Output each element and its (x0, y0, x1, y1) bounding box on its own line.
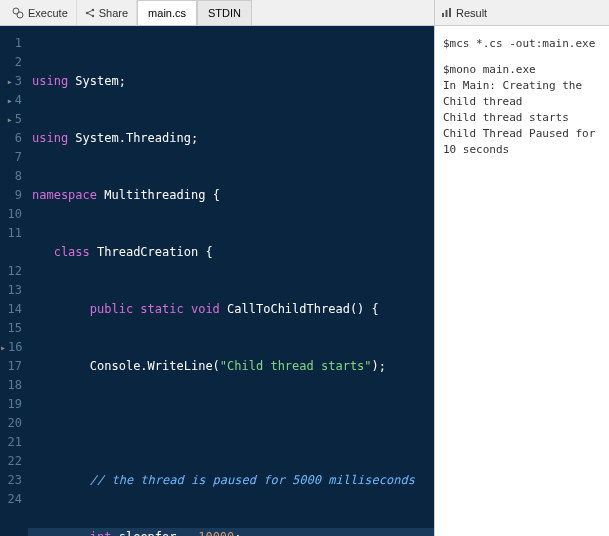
line-number: 11 (0, 224, 22, 243)
svg-rect-5 (442, 13, 444, 17)
line-number: 10 (0, 205, 22, 224)
svg-point-1 (17, 12, 23, 18)
result-panel: Result $mcs *.cs -out:main.exe $mono mai… (434, 0, 609, 536)
code-line: using System; (28, 72, 434, 91)
result-header: Result (435, 0, 609, 26)
line-number: 13 (0, 281, 22, 300)
gears-icon (12, 7, 24, 19)
line-number: 8 (0, 167, 22, 186)
line-number: 20 (0, 414, 22, 433)
editor-panel: Execute Share main.cs STDIN 1 2 3 4 5 6 … (0, 0, 434, 536)
line-number (0, 243, 22, 262)
line-number: 3 (0, 72, 22, 91)
share-icon (85, 8, 95, 18)
result-title: Result (456, 7, 487, 19)
code-line: // the thread is paused for 5000 millise… (28, 471, 434, 490)
result-line: Child Thread Paused for 10 seconds (443, 126, 601, 158)
result-line: Child thread starts (443, 110, 601, 126)
tab-main-cs[interactable]: main.cs (137, 0, 197, 25)
code-line: public static void CallToChildThread() { (28, 300, 434, 319)
line-number: 4 (0, 91, 22, 110)
line-number: 5 (0, 110, 22, 129)
line-number: 7 (0, 148, 22, 167)
line-number: 17 (0, 357, 22, 376)
toolbar: Execute Share main.cs STDIN (0, 0, 434, 26)
line-number: 6 (0, 129, 22, 148)
line-number: 9 (0, 186, 22, 205)
code-editor[interactable]: 1 2 3 4 5 6 7 8 9 10 11 12 13 14 15 16 1… (0, 26, 434, 536)
line-number: 2 (0, 53, 22, 72)
svg-point-4 (92, 14, 94, 16)
code-line: Console.WriteLine("Child thread starts")… (28, 357, 434, 376)
svg-rect-7 (449, 8, 451, 17)
code-line: namespace Multithreading { (28, 186, 434, 205)
line-number: 21 (0, 433, 22, 452)
code-line-highlighted: int sleepfor = 10000; (28, 528, 434, 536)
result-command: $mcs *.cs -out:main.exe (443, 36, 601, 52)
line-number: 18 (0, 376, 22, 395)
execute-label: Execute (28, 7, 68, 19)
svg-rect-6 (446, 10, 448, 17)
line-number: 22 (0, 452, 22, 471)
result-output: $mcs *.cs -out:main.exe $mono main.exe I… (435, 26, 609, 168)
code-line (28, 414, 434, 433)
line-number: 12 (0, 262, 22, 281)
line-number: 14 (0, 300, 22, 319)
code-line: class ThreadCreation { (28, 243, 434, 262)
result-command: $mono main.exe (443, 62, 601, 78)
result-line: In Main: Creating the Child thread (443, 78, 601, 110)
svg-point-3 (92, 8, 94, 10)
svg-point-2 (86, 11, 88, 13)
line-number: 1 (0, 34, 22, 53)
line-number: 24 (0, 490, 22, 509)
line-number: 16 (0, 338, 22, 357)
code-line: using System.Threading; (28, 129, 434, 148)
code-area[interactable]: using System; using System.Threading; na… (28, 26, 434, 536)
execute-button[interactable]: Execute (4, 0, 77, 25)
line-gutter: 1 2 3 4 5 6 7 8 9 10 11 12 13 14 15 16 1… (0, 26, 28, 536)
share-button[interactable]: Share (77, 0, 137, 25)
line-number: 19 (0, 395, 22, 414)
bar-chart-icon (441, 7, 452, 18)
tab-stdin[interactable]: STDIN (197, 0, 252, 25)
line-number: 23 (0, 471, 22, 490)
line-number: 15 (0, 319, 22, 338)
share-label: Share (99, 7, 128, 19)
